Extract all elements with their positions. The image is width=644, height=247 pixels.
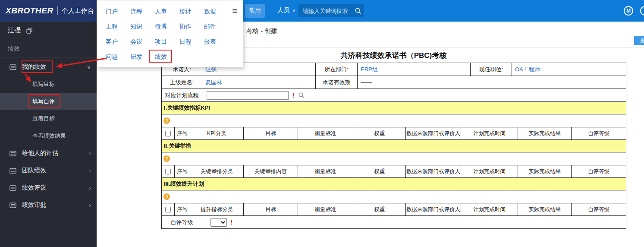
menu-item-mail[interactable]: 邮件 [204, 23, 229, 31]
select-all-checkbox[interactable] [165, 131, 171, 136]
column-header: 权重 [353, 203, 406, 216]
search-icon[interactable] [352, 4, 364, 17]
menu-item-workflow[interactable]: 流程 [130, 8, 155, 16]
menu-item-performance[interactable]: 绩效 [155, 53, 179, 61]
sidebar-item-team-performance[interactable]: 团队绩效 › [0, 162, 97, 179]
sidebar-item-label: 团队绩效 [22, 167, 46, 174]
sidebar-item-performance-review[interactable]: 绩效评议 › [0, 179, 97, 196]
field-value: —— [358, 76, 626, 89]
submit-button[interactable]: 提交 [634, 36, 644, 45]
field-label: 所在部门: [316, 63, 358, 76]
field-label: 承诺有效期 [316, 76, 358, 89]
info-table: 承诺人: 汪强 所在部门: ERP组 现任职位: OA工程师 上级姓名: 夏国林… [161, 63, 626, 102]
menu-item-statistics[interactable]: 统计 [179, 8, 204, 16]
sidebar-item-performance-approval[interactable]: 绩效审批 › [0, 196, 97, 214]
column-header: 实际完成结果 [518, 203, 572, 216]
section-title: Ⅱ.关键举措 [162, 140, 626, 152]
self-rating-select[interactable] [210, 218, 227, 227]
menu-item-project[interactable]: 项目 [155, 38, 179, 46]
column-header: 计划完成时间 [461, 203, 518, 216]
column-header: 数据来源部门或评价人 [406, 165, 461, 178]
field-value: OA工程师 [512, 63, 626, 76]
lookup-search-icon[interactable] [298, 92, 305, 98]
sidebar-item-evaluate-others[interactable]: 给他人的评估 › [0, 145, 97, 162]
menu-item-portal[interactable]: 门户 [106, 8, 130, 16]
search-input[interactable] [298, 8, 352, 14]
help-icon[interactable]: ? [163, 117, 170, 124]
sidebar-subitem-fill-goals[interactable]: 填写目标 [0, 76, 97, 93]
global-search [298, 4, 364, 17]
menu-item-engineering[interactable]: 工程 [106, 23, 130, 31]
menu-item-rnd[interactable]: 研发 [130, 53, 155, 61]
menu-item-meeting[interactable]: 会议 [130, 38, 155, 46]
chevron-down-icon: ∨ [87, 64, 91, 70]
column-header: 目标 [244, 127, 298, 140]
column-header: 计划完成时间 [461, 165, 518, 178]
column-header: 序号 [175, 165, 190, 178]
self-rating-table: 自评等级 ! [161, 215, 626, 229]
menu-item-issue[interactable]: 问题 [106, 53, 130, 61]
menu-item-knowledge[interactable]: 知识 [130, 23, 155, 31]
column-header: 提升指标分类 [190, 203, 244, 216]
select-all-checkbox[interactable] [165, 169, 171, 174]
column-header: 权重 [353, 165, 406, 178]
menu-item-report[interactable]: 报表 [204, 38, 229, 46]
kpi-section-table: Ⅰ.关键绩效指标KPI ? 序号 KPI分类 目标 衡量标准 权重 数据来源部门… [161, 101, 626, 140]
people-dropdown[interactable]: 人员 ∨ [277, 6, 295, 14]
improvement-section-table: Ⅲ.绩效提升计划 ? 序号 提升指标分类 目标 衡量标准 权重 数据来源部门或评… [161, 177, 626, 216]
help-icon[interactable]: ? [163, 155, 170, 162]
menu-item-customer[interactable]: 客户 [106, 38, 130, 46]
workspace-label: 个人工作台 [57, 6, 94, 15]
menu-item-schedule[interactable]: 日程 [179, 38, 204, 46]
m-badge-icon[interactable]: M [624, 6, 633, 16]
user-row: 汪强 [8, 26, 32, 35]
form-list-icon [9, 185, 16, 191]
column-header: 目标 [244, 203, 298, 216]
favorites-button[interactable]: 常用 [245, 4, 265, 18]
column-header: 计划完成时间 [461, 127, 518, 140]
menu-item-weibo[interactable]: 微博 [155, 23, 179, 31]
avatar-partial-icon[interactable] [640, 6, 644, 16]
column-header: 实际完成结果 [518, 127, 572, 140]
field-label: 对应计划流程 [162, 89, 202, 102]
plan-flow-input[interactable] [207, 91, 289, 100]
section-title: Ⅰ.关键绩效指标KPI [162, 102, 626, 114]
column-header: 关键举措内容 [244, 165, 298, 178]
hamburger-icon[interactable]: ≡ [232, 6, 237, 15]
form-list-icon [9, 64, 16, 70]
form-list-icon [9, 151, 16, 156]
column-header: 序号 [175, 127, 190, 140]
form-list-icon [9, 168, 16, 174]
chevron-right-icon: › [89, 185, 91, 191]
column-header: 衡量标准 [298, 203, 353, 216]
column-header: KPI分类 [190, 127, 244, 140]
sidebar-subitem-view-goals[interactable]: 查看目标 [0, 110, 97, 127]
menu-item-data[interactable]: 数据 [204, 8, 229, 16]
field-value: ERP组 [358, 63, 471, 76]
column-header: 序号 [175, 203, 190, 216]
org-switch-icon[interactable] [26, 28, 32, 34]
sidebar-subitem-self-evaluation[interactable]: 填写自评 [0, 93, 97, 110]
menu-item-hr[interactable]: 人事 [155, 8, 179, 16]
column-header: 自评等级 [572, 165, 626, 178]
field-label: 自评等级 [162, 216, 202, 229]
sidebar-divider [0, 57, 97, 57]
chevron-right-icon: › [89, 150, 91, 156]
column-header: 自评等级 [572, 203, 626, 216]
column-header: 衡量标准 [298, 127, 353, 140]
help-icon[interactable]: ? [163, 193, 170, 200]
chevron-right-icon: › [89, 168, 91, 174]
page-title: 考核 - 创建 [246, 27, 277, 35]
sidebar-subitem-view-results[interactable]: 查看绩效结果 [0, 127, 97, 145]
sidebar-item-my-performance[interactable]: 我的绩效 ∨ [0, 58, 97, 76]
app-window: XBROTHER 个人工作台 常用 人员 ∨ M 汪强 [0, 0, 644, 247]
required-mark: ! [292, 92, 295, 99]
column-header: 衡量标准 [298, 165, 353, 178]
brand-area: XBROTHER 个人工作台 [0, 0, 97, 22]
sidebar-item-label: 我的绩效 [22, 63, 46, 71]
apps-mega-menu: ≡ 门户 流程 人事 统计 数据 工程 知识 微博 协作 邮件 客户 会议 项目… [97, 0, 243, 67]
sidebar-nav: 我的绩效 ∨ 填写目标 填写自评 查看目标 查看绩效结果 给他人的评估 › [0, 58, 97, 214]
select-all-checkbox[interactable] [165, 207, 171, 212]
menu-item-collaboration[interactable]: 协作 [179, 23, 204, 31]
section-title: Ⅲ.绩效提升计划 [162, 178, 626, 190]
